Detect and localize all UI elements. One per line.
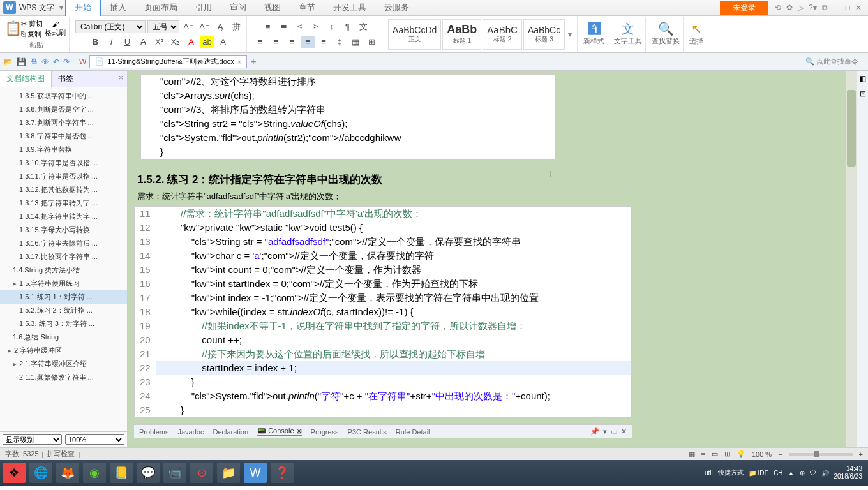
outline-item[interactable]: ▸1.5.字符串使用练习 [0, 277, 127, 290]
sidebar-tab-bookmarks[interactable]: 书签 [52, 71, 80, 87]
phonetic-icon[interactable]: 拼 [229, 20, 243, 33]
doctab-close-icon[interactable]: × [237, 58, 241, 66]
chat-icon[interactable]: 💬 [137, 463, 160, 483]
music-icon[interactable]: ⊙ [190, 463, 213, 483]
line-spacing-icon[interactable]: ‡ [333, 36, 347, 48]
help-task-icon[interactable]: ❓ [271, 463, 294, 483]
firefox-icon[interactable]: 🦊 [56, 463, 79, 483]
tray-icon-2[interactable]: ⊕ [800, 470, 805, 477]
outline-item[interactable]: 1.4.String 类方法小结 [0, 264, 127, 277]
level-select[interactable]: 显示级别 [3, 434, 62, 445]
outline-item[interactable]: ▸2.1.字符串缓冲区介绍 [0, 357, 127, 371]
tab-p3c[interactable]: P3C Results [348, 428, 387, 436]
outline-item[interactable]: 1.3.11.字符串是否以指 ... [0, 170, 127, 183]
shading-icon[interactable]: ▦ [348, 36, 363, 48]
tab-problems[interactable]: Problems [139, 428, 168, 436]
style-h2[interactable]: AaBbC标题 2 [483, 19, 522, 50]
wps-task-icon[interactable]: W [244, 463, 267, 483]
sort-icon[interactable]: ↕ [325, 20, 339, 33]
tray-icon-3[interactable]: 🛡 [810, 470, 816, 477]
outline-item[interactable]: 1.3.15.字母大小写转换 [0, 223, 127, 237]
search-command[interactable]: 🔍 点此查找命令 [805, 57, 865, 66]
maximize-icon[interactable]: □ [846, 3, 850, 12]
notes-icon[interactable]: 📒 [110, 463, 133, 483]
outline-item[interactable]: ▸2.字符串缓冲区 [0, 344, 127, 357]
menu-tab-review[interactable]: 审阅 [221, 0, 255, 16]
char-border-icon[interactable]: A [216, 36, 230, 48]
underline-button[interactable]: U [121, 36, 135, 48]
paste-label[interactable]: 粘贴 [29, 40, 43, 50]
console-pin-icon[interactable]: 📌 [590, 427, 599, 436]
start-button[interactable]: ❖ [3, 463, 26, 483]
document-tab[interactable]: 📄 11-String&StringBuffer&正则表达式.docx × [89, 55, 247, 68]
subscript-button[interactable]: X₂ [168, 36, 183, 48]
italic-button[interactable]: I [105, 36, 119, 48]
chrome-icon[interactable]: 🌐 [29, 463, 52, 483]
menu-tab-chapter[interactable]: 章节 [290, 0, 324, 16]
new-tab-icon[interactable]: + [250, 56, 256, 68]
outline-item[interactable]: 1.5.1.练习 1：对字符 ... [0, 290, 127, 304]
nav-icon[interactable]: ◧ [859, 74, 866, 83]
view-icon-3[interactable]: ▭ [712, 450, 718, 458]
redo-icon[interactable]: ↷ [63, 57, 70, 66]
preview-icon[interactable]: 👁 [41, 57, 49, 66]
superscript-button[interactable]: X² [153, 36, 167, 48]
align-justify-icon[interactable]: ≡ [301, 36, 315, 48]
menu-tab-dev[interactable]: 开发工具 [324, 0, 375, 16]
print-icon[interactable]: 🖶 [30, 57, 38, 66]
outline-item[interactable]: 1.3.12.把其他数据转为 ... [0, 183, 127, 197]
style-h1[interactable]: AaBb标题 1 [442, 19, 481, 50]
outline-item[interactable]: 1.3.14.把字符串转为字 ... [0, 210, 127, 223]
text-dir-icon[interactable]: 文 [357, 20, 371, 33]
scrollbar[interactable] [846, 71, 857, 447]
spring-icon[interactable]: ◉ [83, 463, 106, 483]
settings-icon[interactable]: ✿ [786, 3, 793, 12]
zoom-in-icon[interactable]: + [859, 450, 863, 458]
outline-item[interactable]: 2.1.1.频繁修改字符串 ... [0, 371, 127, 384]
sync-icon[interactable]: ▷ [798, 3, 804, 12]
styles-more-icon[interactable]: ▾ [566, 30, 574, 39]
outline-item[interactable]: 1.3.7.判断两个字符串 ... [0, 116, 127, 130]
outline-item[interactable]: 1.3.9.字符串替换 [0, 143, 127, 156]
console-menu-icon[interactable]: ▾ [603, 427, 607, 436]
outline-item[interactable]: 1.3.8.字符串中是否包 ... [0, 130, 127, 143]
shrink-font-icon[interactable]: A⁻ [197, 20, 211, 33]
tray-icon-4[interactable]: 🔊 [821, 470, 829, 477]
font-select[interactable]: Calibri (正文) [75, 20, 146, 33]
login-button[interactable]: 未登录 [720, 1, 768, 15]
highlight-icon[interactable]: ab [200, 36, 214, 48]
select-group[interactable]: ↖选择 [686, 17, 707, 52]
font-color-icon[interactable]: A [184, 36, 198, 48]
grow-font-icon[interactable]: A⁺ [181, 20, 195, 33]
view-icon-4[interactable]: ⊞ [724, 450, 730, 458]
camera-icon[interactable]: 📹 [163, 463, 186, 483]
para-mark-icon[interactable]: ¶ [341, 20, 355, 33]
menu-tab-view[interactable]: 视图 [255, 0, 290, 16]
outline-item[interactable]: 1.5.3. 练习 3：对字符 ... [0, 317, 127, 330]
copy-button[interactable]: ⎘ 复制 [21, 29, 43, 39]
bullets-icon[interactable]: ≡ [261, 20, 275, 33]
outline-item[interactable]: 1.3.16.字符串去除前后 ... [0, 237, 127, 250]
console-min-icon[interactable]: ▭ [611, 427, 617, 436]
explorer-icon[interactable]: 📁 [217, 463, 240, 483]
align-right-icon[interactable]: ≡ [285, 36, 299, 48]
view-icon-1[interactable]: ▦ [689, 450, 695, 458]
bold-button[interactable]: B [89, 36, 103, 48]
tab-ruledetail[interactable]: Rule Detail [396, 428, 430, 436]
menu-tab-ref[interactable]: 引用 [186, 0, 221, 16]
outline-item[interactable]: 1.3.13.把字符串转为字 ... [0, 197, 127, 210]
outline-item[interactable]: 1.6.总结 String [0, 330, 127, 344]
indent-inc-icon[interactable]: ≥ [309, 20, 323, 33]
paste-icon[interactable]: 📋 [6, 22, 19, 35]
align-dist-icon[interactable]: ≡ [317, 36, 331, 48]
word-count[interactable]: 字数: 5325 [5, 449, 39, 459]
spell-check[interactable]: 拼写检查 [47, 449, 75, 459]
save-icon[interactable]: 💾 [17, 57, 26, 66]
texttools-group[interactable]: 文文字工具 [611, 17, 646, 52]
tab-javadoc[interactable]: Javadoc [177, 428, 204, 436]
tab-declaration[interactable]: Declaration [213, 428, 248, 436]
open-icon[interactable]: 📂 [3, 57, 13, 66]
style-normal[interactable]: AaBbCcDd正文 [388, 19, 441, 50]
cut-button[interactable]: ✂ 剪切 [21, 19, 43, 29]
sidebar-close-icon[interactable]: × [115, 71, 127, 87]
